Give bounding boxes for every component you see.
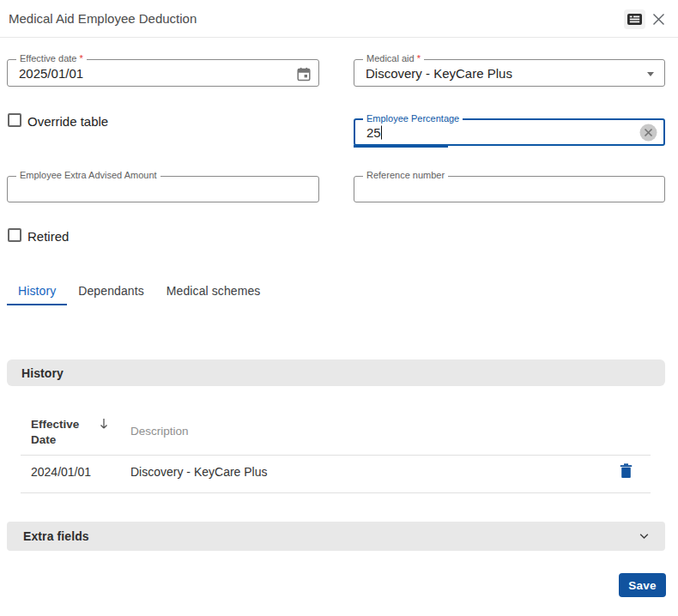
reference-number-label: Reference number	[363, 170, 448, 180]
tab-medical-schemes[interactable]: Medical schemes	[155, 276, 272, 305]
tab-bar: History Dependants Medical schemes	[7, 276, 271, 305]
table-row-divider	[21, 492, 651, 493]
tab-dependants[interactable]: Dependants	[67, 276, 155, 305]
dropdown-arrow-icon[interactable]	[647, 72, 654, 76]
audit-trail-button[interactable]	[624, 9, 645, 29]
column-header-effective-date[interactable]: Effective Date	[31, 417, 84, 447]
employee-extra-advised-amount-field[interactable]: Employee Extra Advised Amount	[7, 176, 319, 202]
medical-aid-select[interactable]: Medical aid* Discovery - KeyCare Plus	[354, 59, 665, 87]
employee-percentage-field[interactable]: Employee Percentage 25	[354, 118, 665, 146]
reference-number-field[interactable]: Reference number	[354, 176, 665, 202]
text-caret	[381, 126, 383, 140]
retired-checkbox[interactable]	[8, 228, 21, 242]
dialog-title: Medical Aid Employee Deduction	[9, 11, 197, 26]
extra-fields-title: Extra fields	[23, 529, 89, 543]
sort-descending-icon[interactable]	[99, 418, 109, 433]
history-row-description: Discovery - KeyCare Plus	[130, 465, 268, 479]
column-header-description[interactable]: Description	[130, 425, 189, 438]
table-header-divider	[21, 455, 651, 456]
effective-date-value: 2025/01/01	[19, 66, 83, 81]
history-section-title: History	[21, 366, 64, 380]
list-panel-icon	[627, 14, 642, 25]
history-section-header: History	[7, 359, 665, 386]
header-divider	[0, 37, 678, 38]
medical-aid-label: Medical aid*	[363, 53, 424, 63]
close-icon	[652, 13, 665, 26]
close-button[interactable]	[651, 11, 666, 27]
extra-fields-section-header[interactable]: Extra fields	[7, 522, 665, 551]
calendar-icon[interactable]	[297, 67, 311, 82]
employee-percentage-label: Employee Percentage	[363, 113, 463, 124]
employee-percentage-value: 25	[366, 125, 382, 140]
override-table-checkbox[interactable]	[8, 113, 21, 127]
override-table-label: Override table	[27, 114, 108, 129]
tab-history[interactable]: History	[7, 276, 67, 305]
chevron-down-icon	[639, 534, 649, 540]
delete-row-button[interactable]	[620, 463, 635, 480]
retired-label: Retired	[27, 229, 69, 244]
save-button[interactable]: Save	[619, 573, 666, 597]
effective-date-label: Effective date*	[16, 53, 87, 63]
focus-underline	[354, 145, 448, 148]
clear-value-button[interactable]	[639, 124, 657, 142]
history-row-effective-date: 2024/01/01	[31, 465, 91, 479]
medical-aid-value: Discovery - KeyCare Plus	[366, 66, 512, 81]
effective-date-field[interactable]: Effective date* 2025/01/01	[7, 59, 319, 87]
employee-extra-advised-amount-label: Employee Extra Advised Amount	[16, 170, 160, 180]
